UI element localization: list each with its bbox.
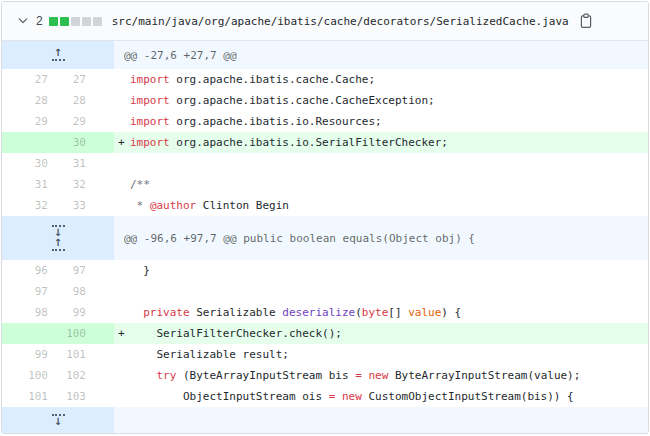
hunk-header-text: @@ -96,6 +97,7 @@ public boolean equals(… [114,216,648,260]
line-number-new[interactable]: 28 [58,90,114,111]
code-line: try (ByteArrayInputStream bis = new Byte… [114,365,648,386]
code-token: import [130,136,170,149]
line-number-old[interactable] [2,323,58,344]
line-number-old[interactable]: 101 [2,386,58,407]
context-line-row: 2828import org.apache.ibatis.cache.Cache… [2,90,648,111]
arrow-up-icon: ↑ [54,49,62,57]
code-token: SerialFilterChecker.check(); [130,327,342,340]
line-number-new[interactable]: 30 [58,132,114,153]
code-line: /** [114,174,648,195]
line-number-new[interactable]: 32 [58,174,114,195]
collapse-file-button[interactable] [12,10,34,32]
expander-gutter: ↓ [2,407,114,433]
line-number-old[interactable]: 99 [2,344,58,365]
line-number-old[interactable] [2,132,58,153]
context-line-row: 99101 Serializable result; [2,344,648,365]
file-header: 2 src/main/java/org/apache/ibatis/cache/… [2,2,648,41]
dashed-line [52,249,65,251]
code-token: ( [355,306,362,319]
code-token: org.apache.ibatis.cache.CacheException; [170,94,435,107]
line-number-new[interactable]: 101 [58,344,114,365]
hunk-row: ↑@@ -27,6 +27,7 @@ [2,41,648,69]
code-token: private [143,306,189,319]
code-token: Serializable [190,306,283,319]
dashed-line [52,59,65,61]
code-token: (ByteArrayInputStream bis [176,369,355,382]
expand-down-button[interactable]: ↓ [48,224,69,238]
code-line: import org.apache.ibatis.io.Resources; [114,111,648,132]
code-token: new [342,390,362,403]
line-number-new[interactable]: 33 [58,195,114,216]
context-line-row: 9899 private Serializable deserialize(by… [2,302,648,323]
code-token: /** [130,178,150,191]
arrow-down-icon: ↓ [54,229,62,237]
code-line: ObjectInputStream ois = new CustomObject… [114,386,648,407]
code-line: import org.apache.ibatis.cache.Cache; [114,69,648,90]
context-line-row: 101103 ObjectInputStream ois = new Custo… [2,386,648,407]
code-line: + SerialFilterChecker.check(); [114,323,648,344]
line-number-new[interactable]: 27 [58,69,114,90]
code-line [114,153,648,174]
line-number-new[interactable]: 98 [58,281,114,302]
added-line-row: 100+ SerialFilterChecker.check(); [2,323,648,344]
diff-marker: + [114,132,130,153]
added-line-row: 30+import org.apache.ibatis.io.SerialFil… [2,132,648,153]
code-token: } [130,264,150,277]
diffstat-neutral-block [93,17,102,26]
context-line-row: 3031 [2,153,648,174]
expander-gutter: ↓↑ [2,216,114,260]
hunk-header-text [114,407,648,433]
code-token: deserialize [282,306,355,319]
line-number-new[interactable]: 100 [58,323,114,344]
context-line-row: 2929import org.apache.ibatis.io.Resource… [2,111,648,132]
code-token [335,390,342,403]
code-line: import org.apache.ibatis.cache.CacheExce… [114,90,648,111]
file-diff-card: 2 src/main/java/org/apache/ibatis/cache/… [1,1,649,434]
code-token: ObjectInputStream ois [130,390,329,403]
paste-clipboard-icon [579,17,593,32]
diffstat-neutral-block [82,17,91,26]
line-number-new[interactable]: 102 [58,365,114,386]
code-line [114,281,648,302]
expand-up-button[interactable]: ↑ [48,238,69,252]
line-number-old[interactable]: 31 [2,174,58,195]
line-number-new[interactable]: 103 [58,386,114,407]
expand-down-button[interactable]: ↓ [48,413,69,427]
line-number-new[interactable]: 97 [58,260,114,281]
diff-table: ↑@@ -27,6 +27,7 @@2727import org.apache.… [2,41,648,433]
arrow-down-icon: ↓ [54,418,62,426]
line-number-old[interactable]: 30 [2,153,58,174]
line-number-old[interactable]: 96 [2,260,58,281]
code-token: * [130,199,150,212]
changed-lines-count: 2 [36,14,43,28]
diffstat-added-block [49,17,58,26]
line-number-old[interactable]: 29 [2,111,58,132]
code-token: ) { [441,306,461,319]
code-token: value [408,306,441,319]
line-number-old[interactable]: 97 [2,281,58,302]
line-number-new[interactable]: 99 [58,302,114,323]
code-token: org.apache.ibatis.cache.Cache; [170,73,375,86]
line-number-old[interactable]: 27 [2,69,58,90]
line-number-old[interactable]: 28 [2,90,58,111]
line-number-new[interactable]: 29 [58,111,114,132]
code-line: * @author Clinton Begin [114,195,648,216]
code-token: ByteArrayInputStream(value); [388,369,580,382]
code-token: import [130,73,170,86]
context-line-row: 9697 } [2,260,648,281]
copy-path-button[interactable] [579,13,593,29]
expand-up-button[interactable]: ↑ [48,48,69,62]
diffstat-added-block [60,17,69,26]
hunk-row: ↓ [2,407,648,433]
file-path-link[interactable]: src/main/java/org/apache/ibatis/cache/de… [112,15,569,28]
line-number-new[interactable]: 31 [58,153,114,174]
line-number-old[interactable]: 98 [2,302,58,323]
line-number-old[interactable]: 100 [2,365,58,386]
line-number-old[interactable]: 32 [2,195,58,216]
context-line-row: 2727import org.apache.ibatis.cache.Cache… [2,69,648,90]
code-token: byte [362,306,389,319]
code-token: = [355,369,362,382]
code-token: import [130,94,170,107]
diff-marker: + [114,323,130,344]
expander-gutter: ↑ [2,41,114,69]
